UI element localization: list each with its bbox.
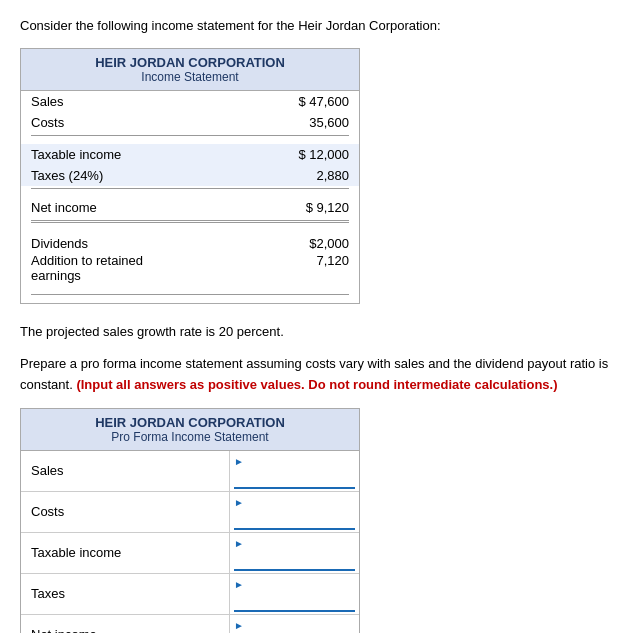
bottom-divider [31, 294, 349, 295]
proforma-taxable-row: Taxable income ► [21, 533, 359, 574]
proforma-sales-input[interactable] [234, 468, 355, 489]
dividends-row: Dividends $2,000 [31, 235, 349, 252]
proforma-table: HEIR JORDAN CORPORATION Pro Forma Income… [20, 408, 360, 633]
proforma-costs-label: Costs [21, 500, 229, 523]
proforma-taxable-label: Taxable income [21, 541, 229, 564]
instructions-highlight: (Input all answers as positive values. D… [76, 377, 557, 392]
net-income-value: $ 9,120 [269, 200, 349, 215]
proforma-corp-name: HEIR JORDAN CORPORATION [25, 415, 355, 430]
proforma-sales-input-wrap: ► [229, 451, 359, 491]
arrow-icon-4: ► [234, 579, 246, 590]
proforma-taxable-input[interactable] [234, 550, 355, 571]
net-income-row: Net income $ 9,120 [21, 197, 359, 218]
sales-label: Sales [31, 94, 64, 109]
arrow-icon-5: ► [234, 620, 246, 631]
corp-name: HEIR JORDAN CORPORATION [25, 55, 355, 70]
proforma-taxes-label: Taxes [21, 582, 229, 605]
stmt-title: Income Statement [25, 70, 355, 84]
proforma-netincome-label: Net income [21, 623, 229, 633]
proforma-netincome-row: Net income ► [21, 615, 359, 633]
taxes-row: Taxes (24%) 2,880 [21, 165, 359, 186]
proforma-sales-label: Sales [21, 459, 229, 482]
proforma-taxes-input[interactable] [234, 591, 355, 612]
dividends-value: $2,000 [279, 236, 349, 251]
costs-value: 35,600 [269, 115, 349, 130]
costs-label: Costs [31, 115, 64, 130]
taxes-label: Taxes (24%) [31, 168, 103, 183]
taxable-income-row: Taxable income $ 12,000 [21, 144, 359, 165]
sales-row: Sales $ 47,600 [21, 91, 359, 112]
proforma-header: HEIR JORDAN CORPORATION Pro Forma Income… [21, 409, 359, 451]
taxable-income-value: $ 12,000 [269, 147, 349, 162]
proforma-taxes-row: Taxes ► [21, 574, 359, 615]
proforma-taxable-input-wrap: ► [229, 533, 359, 573]
divider-2 [31, 188, 349, 189]
proforma-costs-input-wrap: ► [229, 492, 359, 532]
income-statement-header: HEIR JORDAN CORPORATION Income Statement [21, 49, 359, 91]
retained-row: Addition to retainedearnings 7,120 [31, 252, 349, 284]
taxes-value: 2,880 [269, 168, 349, 183]
net-income-label: Net income [31, 200, 97, 215]
instructions-para: Prepare a pro forma income statement ass… [20, 354, 616, 396]
growth-para: The projected sales growth rate is 20 pe… [20, 322, 616, 343]
taxable-income-label: Taxable income [31, 147, 121, 162]
divider-1 [31, 135, 349, 136]
arrow-icon-1: ► [234, 456, 246, 467]
intro-text: Consider the following income statement … [20, 16, 616, 36]
proforma-netincome-input-wrap: ► [229, 615, 359, 633]
retained-value: 7,120 [279, 253, 349, 283]
statement-body: Sales $ 47,600 Costs 35,600 Taxable inco… [21, 91, 359, 303]
proforma-taxes-input-wrap: ► [229, 574, 359, 614]
proforma-title: Pro Forma Income Statement [25, 430, 355, 444]
sales-value: $ 47,600 [269, 94, 349, 109]
dividends-section: Dividends $2,000 Addition to retainedear… [21, 231, 359, 292]
arrow-icon-2: ► [234, 497, 246, 508]
income-statement-table: HEIR JORDAN CORPORATION Income Statement… [20, 48, 360, 304]
dividends-label: Dividends [31, 236, 88, 251]
costs-row: Costs 35,600 [21, 112, 359, 133]
proforma-sales-row: Sales ► [21, 451, 359, 492]
arrow-icon-3: ► [234, 538, 246, 549]
proforma-costs-row: Costs ► [21, 492, 359, 533]
retained-label: Addition to retainedearnings [31, 253, 143, 283]
proforma-costs-input[interactable] [234, 509, 355, 530]
double-line [31, 220, 349, 223]
proforma-body: Sales ► Costs ► Taxable income ► Taxes ► [21, 451, 359, 633]
